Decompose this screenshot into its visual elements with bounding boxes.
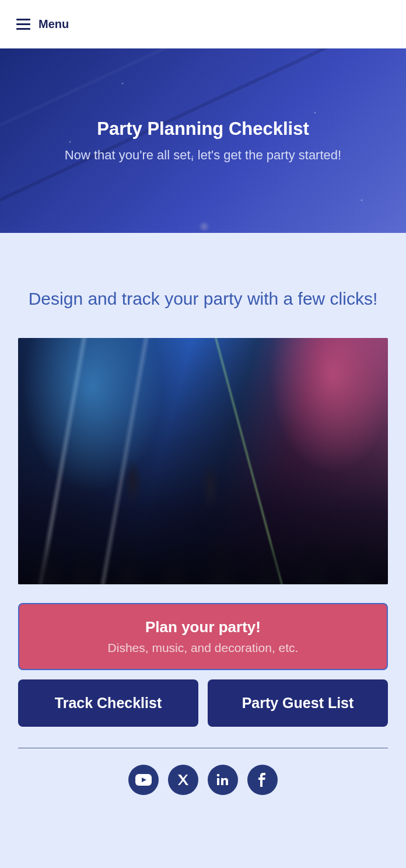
hero-subtitle: Now that you're all set, let's get the p…	[65, 148, 341, 163]
hero-banner: Party Planning Checklist Now that you're…	[0, 48, 406, 233]
section-title: Design and track your party with a few c…	[18, 289, 388, 309]
plan-party-button[interactable]: Plan your party! Dishes, music, and deco…	[18, 603, 388, 670]
x-icon[interactable]	[168, 765, 198, 795]
svg-point-2	[217, 774, 220, 777]
party-photo	[18, 338, 388, 584]
header: Menu	[0, 0, 406, 48]
youtube-icon[interactable]	[128, 765, 159, 795]
plan-party-title: Plan your party!	[31, 618, 375, 636]
menu-label[interactable]: Menu	[38, 18, 69, 31]
plan-party-subtitle: Dishes, music, and decoration, etc.	[31, 641, 375, 655]
svg-rect-1	[217, 778, 219, 785]
facebook-icon[interactable]	[247, 765, 278, 795]
hero-title: Party Planning Checklist	[97, 118, 309, 140]
linkedin-icon[interactable]	[208, 765, 238, 795]
party-guest-list-button[interactable]: Party Guest List	[208, 679, 388, 727]
main-content: Design and track your party with a few c…	[0, 233, 406, 813]
track-checklist-button[interactable]: Track Checklist	[18, 679, 198, 727]
social-links	[18, 765, 388, 795]
divider	[18, 748, 388, 748]
secondary-cta-row: Track Checklist Party Guest List	[18, 679, 388, 727]
hamburger-menu-icon[interactable]	[16, 19, 30, 30]
